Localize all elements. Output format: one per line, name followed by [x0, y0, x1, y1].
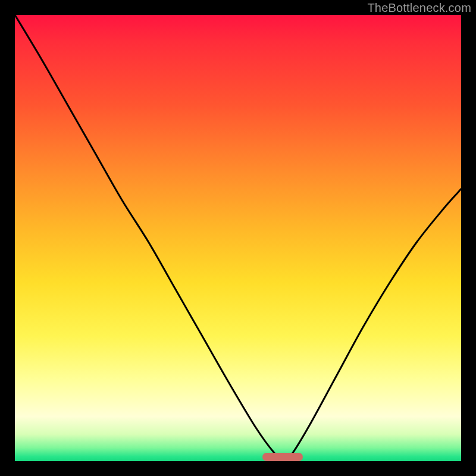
- watermark-text: TheBottleneck.com: [367, 1, 471, 15]
- optimum-marker: [262, 453, 303, 461]
- plot-area: [15, 15, 461, 461]
- bottleneck-curve: [15, 15, 461, 461]
- chart-frame: TheBottleneck.com: [0, 0, 476, 476]
- curve-path: [15, 15, 461, 459]
